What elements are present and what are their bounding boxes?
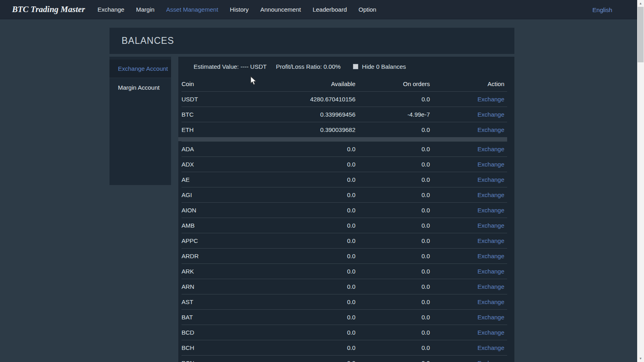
available-cell: 0.390039682: [259, 126, 355, 133]
exchange-link[interactable]: Exchange: [477, 207, 504, 214]
available-cell: 0.339969456: [259, 111, 355, 118]
estimated-value-text: Estimated Value: ---- USDT: [194, 63, 266, 70]
available-cell: 0.0: [259, 237, 355, 244]
exchange-link[interactable]: Exchange: [477, 126, 504, 133]
exchange-link[interactable]: Exchange: [477, 298, 504, 305]
coin-cell: BAT: [182, 314, 259, 321]
coin-cell: BTC: [182, 111, 259, 118]
nav-item-exchange[interactable]: Exchange: [97, 6, 124, 13]
action-cell: Exchange: [430, 191, 504, 198]
available-cell: 0.0: [259, 329, 355, 336]
available-cell: 0.0: [259, 314, 355, 321]
on-orders-cell: 0.0: [355, 96, 430, 103]
sidebar: Exchange AccountMargin Account: [109, 57, 171, 185]
table-row: BCN0.00.0Exchange: [182, 355, 507, 362]
on-orders-cell: 0.0: [355, 314, 430, 321]
nav-item-history[interactable]: History: [230, 6, 249, 13]
coin-cell: ARK: [182, 268, 259, 275]
coin-cell: AST: [182, 298, 259, 305]
sidebar-item-margin-account[interactable]: Margin Account: [109, 78, 171, 97]
table-row: ARK0.00.0Exchange: [182, 263, 507, 279]
nav-item-leaderboard[interactable]: Leaderboard: [313, 6, 347, 13]
exchange-link[interactable]: Exchange: [477, 253, 504, 259]
coin-cell: AMB: [182, 222, 259, 229]
available-cell: 0.0: [259, 161, 355, 168]
available-cell: 0.0: [259, 253, 355, 259]
scroll-down-button[interactable]: ▼: [637, 355, 644, 362]
summary-bar: Estimated Value: ---- USDT Profit/Loss R…: [178, 57, 514, 76]
coin-cell: BCN: [182, 360, 259, 362]
exchange-link[interactable]: Exchange: [477, 344, 504, 351]
table-row: AION0.00.0Exchange: [182, 202, 507, 218]
on-orders-cell: 0.0: [355, 126, 430, 133]
on-orders-cell: 0.0: [355, 207, 430, 214]
available-cell: 0.0: [259, 222, 355, 229]
table-row: AST0.00.0Exchange: [182, 294, 507, 309]
available-cell: 0.0: [259, 146, 355, 152]
action-cell: Exchange: [430, 146, 504, 152]
coin-cell: ADX: [182, 161, 259, 168]
coin-cell: BCD: [182, 329, 259, 336]
exchange-link[interactable]: Exchange: [477, 191, 504, 198]
page-container: BALANCES Exchange AccountMargin Account …: [109, 28, 514, 362]
exchange-link[interactable]: Exchange: [477, 268, 504, 275]
exchange-link[interactable]: Exchange: [477, 176, 504, 183]
brand-logo[interactable]: BTC Trading Master: [12, 4, 85, 14]
exchange-link[interactable]: Exchange: [477, 146, 504, 152]
coin-cell: ADA: [182, 146, 259, 152]
coin-cell: AE: [182, 176, 259, 183]
on-orders-cell: 0.0: [355, 268, 430, 275]
language-link[interactable]: English: [592, 0, 612, 19]
table-row: AE0.00.0Exchange: [182, 172, 507, 187]
coin-cell: BCH: [182, 344, 259, 351]
main-nav: ExchangeMarginAsset ManagementHistoryAnn…: [97, 6, 376, 13]
coin-cell: APPC: [182, 237, 259, 244]
scrollbar-thumb[interactable]: [638, 7, 644, 62]
coin-cell: ARN: [182, 283, 259, 290]
table-row: BAT0.00.0Exchange: [182, 309, 507, 325]
on-orders-cell: 0.0: [355, 298, 430, 305]
available-cell: 4280.670410156: [259, 96, 355, 103]
nav-item-asset-management[interactable]: Asset Management: [166, 6, 218, 13]
action-cell: Exchange: [430, 268, 504, 275]
nav-item-margin[interactable]: Margin: [136, 6, 155, 13]
exchange-link[interactable]: Exchange: [477, 111, 504, 118]
action-cell: Exchange: [430, 96, 504, 103]
exchange-link[interactable]: Exchange: [477, 329, 504, 336]
action-cell: Exchange: [430, 329, 504, 336]
available-cell: 0.0: [259, 191, 355, 198]
table-row: APPC0.00.0Exchange: [182, 233, 507, 248]
exchange-link[interactable]: Exchange: [477, 161, 504, 168]
exchange-link[interactable]: Exchange: [477, 96, 504, 103]
on-orders-cell: 0.0: [355, 237, 430, 244]
action-cell: Exchange: [430, 207, 504, 214]
sidebar-item-exchange-account[interactable]: Exchange Account: [109, 60, 171, 78]
action-cell: Exchange: [430, 298, 504, 305]
exchange-link[interactable]: Exchange: [477, 222, 504, 229]
action-cell: Exchange: [430, 283, 504, 290]
on-orders-cell: 0.0: [355, 146, 430, 152]
hide-zero-checkbox[interactable]: [353, 64, 358, 69]
exchange-link[interactable]: Exchange: [477, 283, 504, 290]
vertical-scrollbar[interactable]: ▲ ▼: [637, 0, 644, 362]
coin-cell: ETH: [182, 126, 259, 133]
table-row: USDT4280.6704101560.0Exchange: [182, 91, 507, 107]
exchange-link[interactable]: Exchange: [477, 360, 504, 362]
table-header-row: Coin Available On orders Action: [182, 76, 507, 91]
available-cell: 0.0: [259, 298, 355, 305]
nav-item-option[interactable]: Option: [359, 6, 376, 13]
nav-item-announcement[interactable]: Announcement: [260, 6, 301, 13]
page-title: BALANCES: [122, 35, 174, 46]
exchange-link[interactable]: Exchange: [477, 314, 504, 321]
action-cell: Exchange: [430, 344, 504, 351]
table-row: BCH0.00.0Exchange: [182, 340, 507, 355]
coin-cell: AION: [182, 207, 259, 214]
available-cell: 0.0: [259, 268, 355, 275]
scroll-up-button[interactable]: ▲: [637, 0, 644, 7]
on-orders-cell: 0.0: [355, 191, 430, 198]
table-row: ADA0.00.0Exchange: [182, 141, 507, 156]
navbar: BTC Trading Master ExchangeMarginAsset M…: [0, 0, 644, 19]
exchange-link[interactable]: Exchange: [477, 237, 504, 244]
balances-header-panel: BALANCES: [109, 28, 514, 54]
profit-loss-text: Profit/Loss Ratio: 0.00%: [276, 63, 341, 70]
